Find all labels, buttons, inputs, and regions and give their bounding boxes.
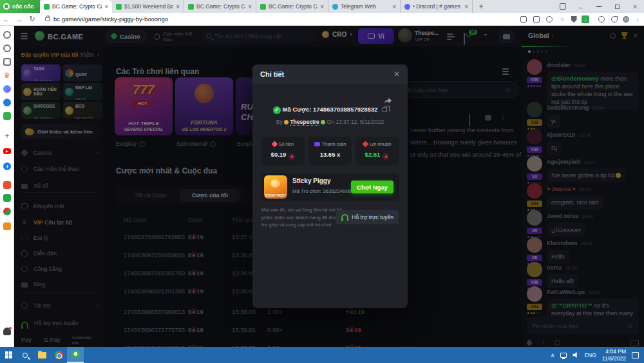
browser-tab-bar: cốc cốc BC.Game: Crypto Casino Ga × $1,5… (0, 0, 644, 13)
screen: cốc cốc BC.Game: Crypto Casino Ga × $1,5… (0, 0, 644, 363)
bcgame-favicon (260, 4, 266, 10)
tab-close-icon[interactable]: × (104, 3, 108, 10)
browser-tab-1[interactable]: BC.Game: Crypto Casino Ga × (40, 0, 112, 13)
stat-profit: Lợi nhuận $2.51♦ (355, 137, 399, 165)
tab-search-icon[interactable] (555, 0, 571, 13)
browser-tab-4[interactable]: BC.Game: Crypto Casino Ga × (256, 0, 328, 13)
add-shortcut-icon[interactable]: + (3, 132, 11, 140)
tab-title: BC.Game: Crypto Casino Ga (269, 3, 317, 10)
tab-close-icon[interactable]: × (392, 3, 396, 10)
cart-app-icon[interactable] (3, 222, 11, 230)
stat-payout: Thanh toán 13.65 x (308, 137, 352, 165)
hat-app-icon[interactable] (3, 208, 11, 215)
bookmark-star-icon[interactable]: ☆ (558, 15, 566, 23)
extension-icon[interactable] (598, 15, 605, 23)
tab-close-icon[interactable]: × (248, 3, 252, 10)
headset-icon (341, 214, 348, 219)
bet-details-modal: Chi tiết ✕ ✓ Mã Cược: 174863703885792883… (252, 64, 408, 308)
messenger-icon[interactable] (3, 85, 11, 93)
recent-tabs-icon[interactable]: ← (573, 0, 589, 13)
modal-close-icon[interactable]: ✕ (393, 70, 400, 79)
helmet-emoji-icon (284, 120, 289, 124)
clock[interactable]: 4:04 PM 11/6/2022 (602, 348, 626, 362)
bcgame-favicon (188, 4, 194, 10)
new-tab-button[interactable]: + (477, 2, 486, 11)
extension2-icon[interactable] (611, 15, 618, 23)
bet-author-link[interactable]: Thespectre (290, 119, 319, 126)
close-window-button[interactable]: × (627, 0, 643, 13)
settings-gear-icon[interactable] (3, 31, 11, 39)
gift-app-icon[interactable] (3, 194, 11, 202)
tab-close-icon[interactable]: × (464, 3, 468, 10)
tab-title: • Discord | # games | BC G (413, 3, 462, 10)
url-text[interactable]: bc.game/vi/game/sticky-piggy-by-booongo (53, 15, 168, 23)
coccoc-brand-label: cốc cốc (12, 3, 34, 10)
bet-datetime: 13:37:12, 5/11/2022 (336, 119, 384, 125)
tray-time: 4:04 PM (605, 348, 626, 355)
gem-token-icon: ♦ (289, 153, 295, 160)
turtle-emoji-icon (321, 120, 325, 124)
youtube-icon[interactable]: ▸ (3, 148, 11, 154)
profile-icon[interactable] (622, 15, 630, 23)
crown-hot-icon[interactable]: ♛ (3, 72, 11, 79)
volume-icon[interactable] (573, 352, 578, 358)
forward-icon[interactable]: → (13, 15, 26, 23)
support-note: Mọi vấn đề, xin vui lòng liên hệ với bộ … (261, 206, 344, 229)
minimize-button[interactable] (591, 0, 607, 13)
maximize-button[interactable] (609, 0, 625, 13)
tab-title: BC.Game: Crypto Casino Ga (196, 3, 245, 10)
tab-close-icon[interactable]: × (176, 3, 180, 10)
newsfeed-icon[interactable] (3, 58, 11, 66)
tray-chevron-icon[interactable]: ∧ (551, 352, 555, 358)
lock-icon[interactable] (45, 17, 50, 21)
zalo-icon[interactable] (3, 99, 11, 106)
discord-favicon (404, 4, 410, 10)
copy-icon[interactable] (383, 107, 387, 112)
modal-header: Chi tiết ✕ (252, 64, 408, 84)
device-download-icon[interactable] (520, 15, 527, 23)
coccoc-taskbar-icon[interactable] (67, 347, 84, 363)
taskbar-search-icon[interactable] (17, 347, 33, 363)
play-now-button[interactable]: Chơi Ngay (351, 181, 393, 193)
bcgame-favicon (44, 4, 50, 10)
file-explorer-icon[interactable] (33, 347, 50, 363)
tab-close-icon[interactable]: × (320, 3, 324, 10)
start-button[interactable] (0, 347, 17, 363)
coccoc-download-icon[interactable]: ↓ (582, 15, 589, 23)
share-icon[interactable] (383, 97, 392, 104)
notification-bell-icon[interactable] (3, 328, 11, 335)
games-icon[interactable] (3, 112, 11, 120)
tab-title: BC.Game: Crypto Casino Ga (52, 3, 102, 10)
history-icon[interactable] (3, 44, 11, 52)
browser-tab-6[interactable]: • Discord | # games | BC G × (401, 0, 473, 13)
modal-title: Chi tiết (260, 70, 284, 78)
coccoc-logo-icon (3, 3, 10, 10)
modal-game-card: STICKY PIGGY Sticky Piggy Mã Trò chơi: 3… (261, 173, 399, 201)
reload-icon[interactable]: ↻ (26, 15, 39, 23)
facebook-icon[interactable]: f (3, 162, 11, 170)
bcgame-favicon (116, 4, 122, 10)
adblock-shield-icon[interactable] (570, 15, 578, 23)
game-thumbnail[interactable]: STICKY PIGGY (264, 175, 287, 199)
gem-token-icon: ♦ (383, 153, 389, 160)
network-icon[interactable] (560, 353, 567, 358)
browser-tab-2[interactable]: $1,500 Weekend Booongo M × (112, 0, 184, 13)
game-name: Sticky Piggy (292, 177, 330, 184)
tray-date: 11/6/2022 (602, 355, 626, 362)
shopee-icon[interactable] (3, 181, 11, 189)
action-center-icon[interactable] (632, 352, 639, 358)
coccoc-brand[interactable]: cốc cốc (0, 0, 40, 13)
amount-gem-icon (271, 141, 278, 148)
back-icon[interactable]: ← (0, 15, 13, 23)
browser-tab-3[interactable]: BC.Game: Crypto Casino Ga × (184, 0, 256, 13)
translate-icon[interactable] (533, 15, 540, 23)
support-button[interactable]: Hỗ trợ trực tuyến (336, 210, 399, 224)
chrome-icon[interactable] (50, 347, 67, 363)
bet-id-line: ✓ Mã Cược: 1748637038857928832 (252, 106, 408, 114)
browser-tab-5[interactable]: Telegram Web × (328, 0, 401, 13)
language-indicator[interactable]: ENG (584, 352, 596, 358)
share-page-icon[interactable] (545, 15, 553, 23)
downloads-tray-icon[interactable]: ↓ (634, 15, 641, 23)
system-tray: ∧ ENG 4:04 PM 11/6/2022 (551, 348, 644, 362)
windows-taskbar: ∧ ENG 4:04 PM 11/6/2022 (0, 347, 644, 363)
